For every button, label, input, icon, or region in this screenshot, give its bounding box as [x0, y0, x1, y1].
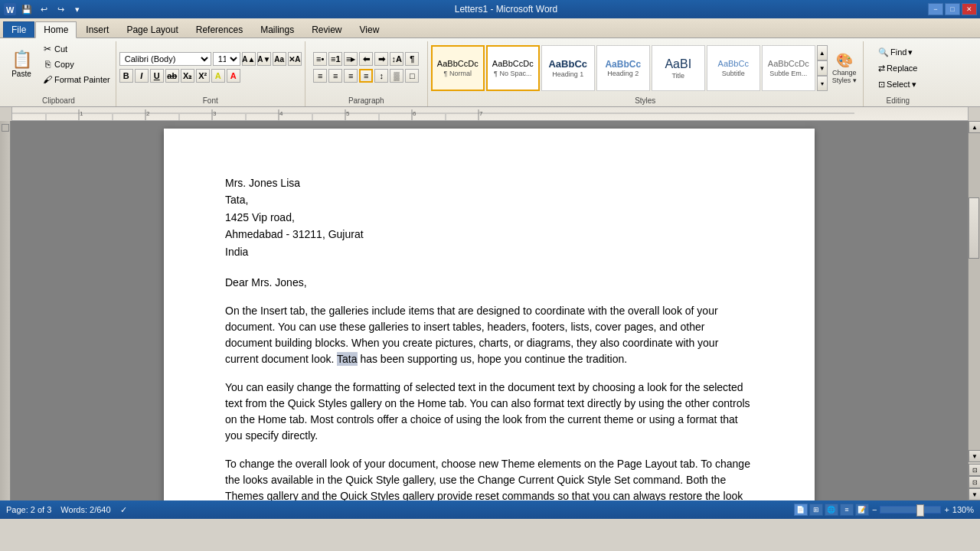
italic-btn[interactable]: I	[135, 69, 149, 83]
scroll-track[interactable]	[969, 133, 980, 450]
style-heading2-preview: AaBbCc	[605, 59, 641, 70]
find-button[interactable]: 🔍 Find ▾	[876, 45, 920, 60]
paste-button[interactable]: 📋 Paste	[5, 41, 38, 87]
zoom-slider[interactable]	[880, 506, 941, 514]
tab-file[interactable]: File	[3, 21, 34, 37]
page-up-btn[interactable]: ⊡	[969, 464, 980, 476]
justify-btn[interactable]: ≡	[359, 69, 373, 83]
save-quick-btn[interactable]: 💾	[20, 2, 34, 16]
zoom-plus[interactable]: +	[944, 505, 949, 514]
editing-group: 🔍 Find ▾ ⇄ Replace ⊡ Select ▾ Editing	[864, 41, 933, 106]
superscript-btn[interactable]: X²	[196, 69, 210, 83]
full-screen-btn[interactable]: ⊞	[809, 504, 823, 516]
scroll-down-btn[interactable]: ▼	[969, 450, 980, 462]
replace-button[interactable]: ⇄ Replace	[876, 61, 920, 76]
tab-insert[interactable]: Insert	[77, 21, 117, 37]
tab-view[interactable]: View	[351, 21, 388, 37]
paste-icon: 📋	[11, 51, 32, 68]
tab-mailings[interactable]: Mailings	[252, 21, 302, 37]
find-arrow: ▾	[908, 47, 913, 57]
style-heading2[interactable]: AaBbCc Heading 2	[596, 45, 650, 91]
align-right-btn[interactable]: ≡	[344, 69, 358, 83]
left-panel-btn[interactable]	[2, 124, 9, 132]
decrease-indent-btn[interactable]: ⬅	[359, 52, 373, 66]
print-layout-btn[interactable]: 📄	[794, 504, 808, 516]
change-case-btn[interactable]: Aa	[273, 52, 286, 66]
sort-btn[interactable]: ↕A	[390, 52, 403, 66]
minimize-btn[interactable]: −	[928, 3, 943, 15]
style-heading2-label: Heading 2	[607, 70, 639, 77]
bullets-btn[interactable]: ≡•	[313, 52, 327, 66]
border-btn[interactable]: □	[405, 69, 419, 83]
style-normal[interactable]: AaBbCcDc ¶ Normal	[431, 45, 485, 91]
svg-text:5: 5	[346, 110, 350, 117]
font-color-btn[interactable]: A	[227, 69, 240, 83]
subscript-btn[interactable]: X₂	[181, 69, 194, 83]
close-btn[interactable]: ✕	[962, 3, 977, 15]
status-right: 📄 ⊞ 🌐 ≡ 📝 − + 130%	[794, 504, 974, 516]
document-scroll-area[interactable]: Mrs. Jones Lisa Tata, 1425 Vip road, Ahm…	[11, 121, 968, 500]
next-page-btn[interactable]: ▼	[969, 488, 980, 500]
style-heading1[interactable]: AaBbCc Heading 1	[541, 45, 595, 91]
style-title[interactable]: AaBI Title	[652, 45, 705, 91]
change-styles-btn[interactable]: 🎨 ChangeStyles ▾	[829, 52, 860, 84]
numbering-btn[interactable]: ≡1	[328, 52, 342, 66]
show-hide-btn[interactable]: ¶	[405, 52, 419, 66]
line-spacing-btn[interactable]: ↕	[374, 69, 388, 83]
cut-label: Cut	[54, 44, 67, 54]
highlight-btn[interactable]: A	[211, 69, 225, 83]
align-center-btn[interactable]: ≡	[328, 69, 342, 83]
body-para-2: You can easily change the formatting of …	[225, 380, 753, 444]
style-subtle-em[interactable]: AaBbCcDc Subtle Em...	[762, 45, 815, 91]
more-quick-btn[interactable]: ▾	[70, 2, 84, 16]
strikethrough-btn[interactable]: ab	[165, 69, 179, 83]
styles-scroll-down[interactable]: ▼	[817, 60, 828, 76]
zoom-thumb[interactable]	[916, 504, 924, 517]
underline-btn[interactable]: U	[150, 69, 164, 83]
copy-button[interactable]: ⎘ Copy	[40, 57, 113, 71]
status-bar: Page: 2 of 3 Words: 2/640 ✓ 📄 ⊞ 🌐 ≡ 📝 − …	[0, 500, 980, 519]
shrink-font-btn[interactable]: A▼	[257, 52, 271, 66]
font-name-select[interactable]: Calibri (Body)	[119, 52, 211, 66]
tab-pagelayout[interactable]: Page Layout	[118, 21, 186, 37]
outline-btn[interactable]: ≡	[840, 504, 854, 516]
web-layout-btn[interactable]: 🌐	[825, 504, 838, 516]
clear-format-btn[interactable]: ✕A	[288, 52, 302, 66]
align-left-btn[interactable]: ≡	[313, 69, 327, 83]
scroll-thumb[interactable]	[969, 197, 979, 259]
address-line-5: India	[225, 243, 753, 260]
multilevel-btn[interactable]: ≡▸	[344, 52, 358, 66]
draft-btn[interactable]: 📝	[855, 504, 869, 516]
zoom-minus[interactable]: −	[872, 505, 877, 514]
restore-btn[interactable]: □	[945, 3, 960, 15]
tab-review[interactable]: Review	[303, 21, 350, 37]
select-button[interactable]: ⊡ Select ▾	[876, 77, 920, 92]
shading-btn[interactable]: ▒	[390, 69, 403, 83]
redo-quick-btn[interactable]: ↪	[54, 2, 67, 16]
style-subtitle[interactable]: AaBbCc Subtitle	[707, 45, 760, 91]
scroll-up-btn[interactable]: ▲	[969, 121, 980, 133]
style-no-spacing[interactable]: AaBbCcDc ¶ No Spac...	[486, 45, 540, 91]
paragraph-group: ≡• ≡1 ≡▸ ⬅ ➡ ↕A ¶ ≡ ≡ ≡ ≡ ↕ ▒ □ Paragrap…	[305, 41, 428, 106]
ruler-svg: 1 2 3 4 5 6 7	[12, 106, 968, 120]
word-logo[interactable]: W	[3, 2, 17, 16]
styles-more[interactable]: ▾	[817, 76, 828, 91]
increase-indent-btn[interactable]: ➡	[374, 52, 388, 66]
styles-content: AaBbCcDc ¶ Normal AaBbCcDc ¶ No Spac... …	[431, 41, 860, 95]
undo-quick-btn[interactable]: ↩	[37, 2, 51, 16]
style-subtle-em-preview: AaBbCcDc	[768, 59, 809, 69]
cut-button[interactable]: ✂ Cut	[40, 41, 113, 56]
page-down-btn[interactable]: ⊡	[969, 476, 980, 488]
grow-font-btn[interactable]: A▲	[242, 52, 256, 66]
font-size-select[interactable]: 11	[213, 52, 240, 66]
format-painter-button[interactable]: 🖌 Format Painter	[40, 72, 113, 86]
tab-references[interactable]: References	[188, 21, 251, 37]
address-line-1: Mrs. Jones Lisa	[225, 174, 753, 191]
left-panel	[0, 121, 11, 500]
svg-text:7: 7	[479, 110, 483, 117]
styles-scroll-up[interactable]: ▲	[817, 45, 828, 60]
bold-btn[interactable]: B	[119, 69, 133, 83]
font-format-row: B I U ab X₂ X² A A	[119, 69, 302, 83]
tab-home[interactable]: Home	[35, 21, 77, 38]
greeting-line: Dear Mrs. Jones,	[225, 276, 753, 291]
